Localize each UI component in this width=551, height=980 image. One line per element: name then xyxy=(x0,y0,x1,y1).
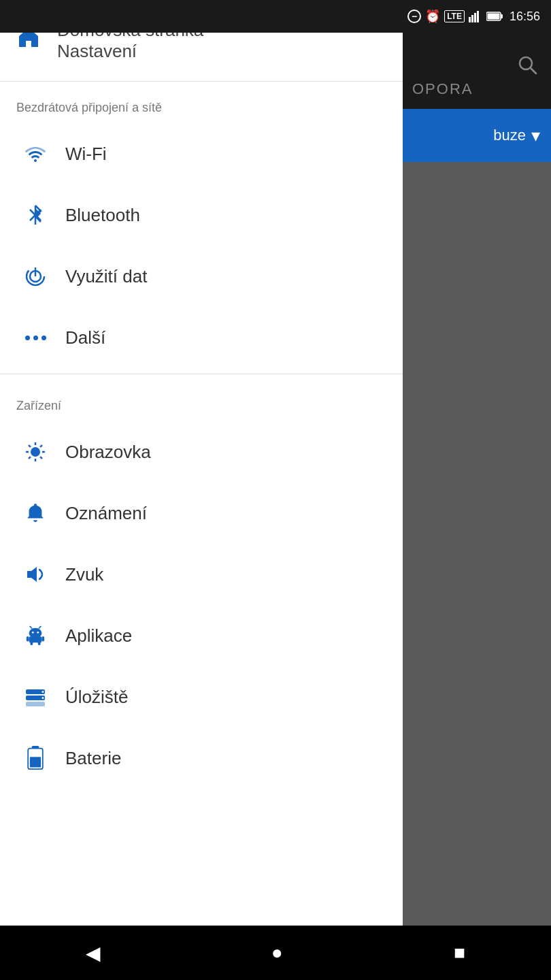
svg-rect-42 xyxy=(30,757,41,767)
status-icons: − ⏰ LTE 16:56 xyxy=(407,9,540,24)
menu-item-storage[interactable]: Úložiště xyxy=(0,666,403,728)
svg-line-8 xyxy=(531,68,536,74)
notifications-label: Oznámení xyxy=(65,503,147,524)
svg-line-18 xyxy=(29,445,31,447)
right-panel-blue-bar: buze ▾ xyxy=(401,109,551,162)
sound-label: Zvuk xyxy=(65,564,103,585)
right-panel-header-text: OPORA xyxy=(412,80,473,98)
svg-point-39 xyxy=(42,697,44,699)
data-usage-label: Využití dat xyxy=(65,266,147,287)
lte-icon: LTE xyxy=(444,10,465,22)
bluetooth-icon xyxy=(16,204,54,226)
more-label: Další xyxy=(65,327,105,348)
storage-label: Úložiště xyxy=(65,687,128,708)
section-divider xyxy=(0,374,403,374)
section-device-label: Zařízení xyxy=(0,380,403,421)
settings-drawer: Domovská stránka Nastavení Bezdrátová př… xyxy=(0,0,403,980)
svg-rect-1 xyxy=(471,15,473,22)
home-button[interactable]: ● xyxy=(258,935,297,970)
android-icon xyxy=(16,625,54,647)
right-panel-blue-text: buze xyxy=(493,127,526,144)
battery-icon xyxy=(486,12,503,21)
svg-line-21 xyxy=(29,457,31,459)
svg-rect-6 xyxy=(487,14,499,20)
menu-item-wifi[interactable]: Wi-Fi xyxy=(0,123,403,184)
svg-point-24 xyxy=(32,632,34,634)
drawer-title-line2: Nastavení xyxy=(57,41,203,62)
wifi-label: Wi-Fi xyxy=(65,144,107,165)
chevron-down-icon: ▾ xyxy=(531,125,540,146)
right-panel: OPORA buze ▾ xyxy=(401,0,551,980)
menu-item-bluetooth[interactable]: Bluetooth xyxy=(0,184,403,246)
svg-rect-29 xyxy=(27,636,29,642)
svg-point-13 xyxy=(31,447,40,457)
status-bar: − ⏰ LTE 16:56 xyxy=(0,0,551,33)
svg-point-38 xyxy=(42,691,44,693)
bell-icon xyxy=(16,502,54,524)
alarm-icon: ⏰ xyxy=(425,9,440,24)
svg-rect-30 xyxy=(41,636,44,642)
svg-rect-27 xyxy=(30,641,33,645)
menu-item-screen[interactable]: Obrazovka xyxy=(0,421,403,483)
signal-icon xyxy=(469,10,482,22)
battery-menu-icon xyxy=(16,746,54,770)
svg-rect-28 xyxy=(38,641,41,645)
menu-item-battery[interactable]: Baterie xyxy=(0,728,403,789)
svg-rect-5 xyxy=(501,14,503,18)
svg-line-20 xyxy=(40,445,42,447)
brightness-icon xyxy=(16,441,54,463)
sound-icon xyxy=(16,564,54,585)
dnd-icon: − xyxy=(407,10,421,23)
svg-rect-3 xyxy=(477,11,479,22)
three-dots-icon xyxy=(25,336,46,340)
svg-marker-22 xyxy=(27,567,37,582)
battery-label: Baterie xyxy=(65,748,121,769)
bottom-navigation: ◀ ● ■ xyxy=(0,926,551,980)
menu-item-sound[interactable]: Zvuk xyxy=(0,544,403,605)
svg-point-33 xyxy=(29,626,31,627)
menu-item-more[interactable]: Další xyxy=(0,307,403,368)
recent-icon: ■ xyxy=(454,942,465,964)
svg-rect-2 xyxy=(474,13,476,22)
storage-icon xyxy=(16,687,54,706)
menu-item-notifications[interactable]: Oznámení xyxy=(0,483,403,544)
recent-button[interactable]: ■ xyxy=(440,935,479,970)
svg-rect-0 xyxy=(469,17,471,22)
svg-point-25 xyxy=(37,632,39,634)
home-nav-icon: ● xyxy=(271,942,283,964)
screen-label: Obrazovka xyxy=(65,442,151,463)
svg-point-34 xyxy=(39,626,41,627)
svg-rect-37 xyxy=(26,702,45,706)
bluetooth-label: Bluetooth xyxy=(65,205,140,226)
back-icon: ◀ xyxy=(86,942,101,964)
data-usage-icon xyxy=(16,265,54,287)
time-display: 16:56 xyxy=(510,10,540,24)
more-icon xyxy=(16,336,54,340)
back-button[interactable]: ◀ xyxy=(72,935,114,971)
section-wireless-label: Bezdrátová připojení a sítě xyxy=(0,82,403,123)
svg-line-19 xyxy=(40,457,42,459)
menu-item-data[interactable]: Využití dat xyxy=(0,246,403,307)
search-icon[interactable] xyxy=(517,54,537,80)
apps-label: Aplikace xyxy=(65,625,132,647)
wifi-icon xyxy=(16,144,54,163)
menu-item-apps[interactable]: Aplikace xyxy=(0,605,403,666)
